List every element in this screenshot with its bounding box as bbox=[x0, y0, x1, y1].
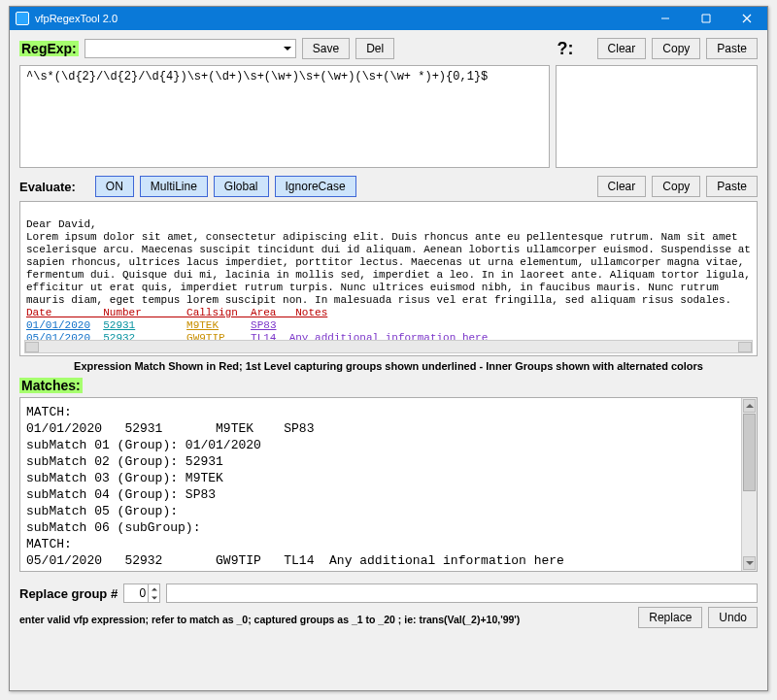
eval-global-toggle[interactable]: Global bbox=[214, 176, 269, 197]
group-number-spinner[interactable] bbox=[123, 583, 160, 603]
scroll-up-icon[interactable] bbox=[743, 399, 756, 413]
minimize-button[interactable] bbox=[645, 7, 686, 30]
regexp-label: RegExp: bbox=[19, 41, 79, 56]
regexp-combo-input[interactable] bbox=[84, 39, 296, 58]
group-number-input[interactable] bbox=[124, 585, 148, 601]
evaluate-pane[interactable]: Dear David, Lorem ipsum dolor sit amet, … bbox=[19, 201, 758, 356]
aux-textarea[interactable] bbox=[556, 65, 758, 168]
scroll-thumb[interactable] bbox=[743, 414, 756, 491]
eval-copy-button[interactable]: Copy bbox=[652, 176, 700, 197]
replace-hint: enter valid vfp expression; refer to mat… bbox=[19, 614, 520, 625]
eval-multiline-toggle[interactable]: MultiLine bbox=[140, 176, 208, 197]
spin-down-icon[interactable] bbox=[148, 593, 159, 602]
scroll-left-icon[interactable] bbox=[25, 342, 39, 352]
question-label: ?: bbox=[557, 39, 574, 59]
eval-clear-button[interactable]: Clear bbox=[597, 176, 647, 197]
regexp-combo[interactable] bbox=[84, 39, 296, 58]
row1-date: 01/01/2020 bbox=[26, 319, 90, 331]
spin-up-icon[interactable] bbox=[148, 584, 159, 593]
chevron-down-icon[interactable] bbox=[280, 40, 295, 57]
sample-text: Dear David, Lorem ipsum dolor sit amet, … bbox=[26, 218, 757, 306]
app-window: vfpRegexTool 2.0 RegExp: Save Del bbox=[9, 6, 768, 691]
regexp-paste-button[interactable]: Paste bbox=[706, 38, 758, 59]
row1-call: M9TEK bbox=[186, 319, 219, 331]
eval-hscrollbar[interactable] bbox=[24, 340, 753, 353]
legend-text: Expression Match Shown in Red; 1st Level… bbox=[19, 360, 758, 372]
matches-pane[interactable]: MATCH: 01/01/2020 52931 M9TEK SP83 subMa… bbox=[19, 397, 758, 572]
replace-expression-input[interactable] bbox=[166, 583, 758, 603]
row1-num: 52931 bbox=[103, 319, 135, 331]
row1-area: SP83 bbox=[251, 319, 276, 331]
del-button[interactable]: Del bbox=[355, 38, 394, 59]
scroll-right-icon[interactable] bbox=[738, 342, 752, 352]
matches-text: MATCH: 01/01/2020 52931 M9TEK SP83 subMa… bbox=[20, 398, 741, 571]
regexp-clear-button[interactable]: Clear bbox=[597, 38, 647, 59]
matches-vscrollbar[interactable] bbox=[741, 398, 757, 571]
window-title: vfpRegexTool 2.0 bbox=[35, 13, 118, 24]
regexp-copy-button[interactable]: Copy bbox=[652, 38, 700, 59]
undo-button[interactable]: Undo bbox=[708, 607, 758, 628]
save-button[interactable]: Save bbox=[302, 38, 350, 59]
evaluate-label: Evaluate: bbox=[19, 180, 76, 194]
replace-label: Replace group # bbox=[19, 586, 118, 601]
maximize-button[interactable] bbox=[686, 7, 726, 30]
title-bar: vfpRegexTool 2.0 bbox=[10, 7, 767, 30]
app-icon bbox=[16, 12, 29, 25]
matches-label: Matches: bbox=[19, 378, 83, 393]
eval-on-toggle[interactable]: ON bbox=[95, 176, 134, 197]
pattern-textarea[interactable] bbox=[19, 65, 550, 168]
eval-ignorecase-toggle[interactable]: IgnoreCase bbox=[275, 176, 356, 197]
eval-paste-button[interactable]: Paste bbox=[706, 176, 758, 197]
scroll-down-icon[interactable] bbox=[743, 556, 756, 570]
replace-button[interactable]: Replace bbox=[638, 607, 702, 628]
close-button[interactable] bbox=[726, 7, 767, 30]
evaluate-content: Dear David, Lorem ipsum dolor sit amet, … bbox=[20, 202, 757, 361]
header-row: Date Number Callsign Area Notes bbox=[26, 307, 327, 318]
